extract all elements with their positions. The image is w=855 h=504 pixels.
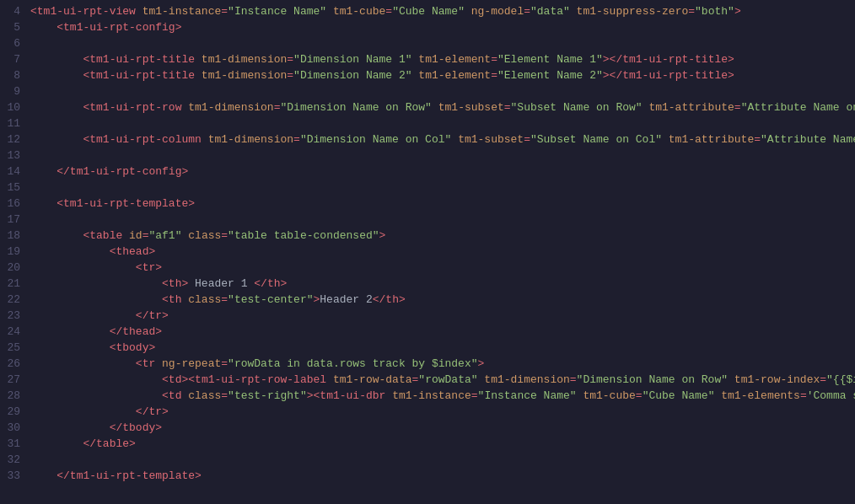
- tag-bracket-token: <: [56, 21, 63, 34]
- line-number: 5: [0, 19, 30, 35]
- attr-value-token: "both": [695, 5, 734, 18]
- tag-bracket-token: >: [181, 165, 188, 178]
- attr-value-token: "Attribute Name on: [761, 133, 855, 146]
- tag-bracket-token: =: [287, 69, 293, 82]
- line-number: 14: [0, 164, 30, 180]
- text-content-token: [30, 357, 136, 370]
- text-content-token: [30, 53, 83, 66]
- tag-bracket-token: >: [155, 261, 162, 274]
- code-line: 32: [0, 452, 855, 468]
- attr-name-token: tm1-instance: [385, 389, 471, 402]
- text-content-token: [30, 405, 136, 418]
- line-number: 20: [0, 260, 30, 276]
- line-number: 10: [0, 99, 30, 115]
- attr-value-token: "af1": [148, 229, 181, 242]
- text-content-token: [30, 373, 162, 386]
- line-number: 13: [0, 147, 30, 164]
- code-line: 25 <tbody>: [0, 340, 855, 356]
- code-line: 20 <tr>: [0, 260, 855, 276]
- text-content-token: [30, 245, 110, 258]
- line-content: [30, 83, 855, 99]
- attr-value-token: "Dimension Name 1": [293, 53, 411, 66]
- tag-bracket-token: </: [110, 325, 123, 338]
- tag-bracket-token: =: [570, 373, 577, 386]
- tag-bracket-token: =: [636, 389, 643, 402]
- attr-name-token: tm1-element: [412, 53, 492, 66]
- tag-bracket-token: =: [524, 133, 530, 146]
- code-line: 14 </tm1-ui-rpt-config>: [0, 164, 855, 180]
- tag-bracket-token: >: [379, 229, 386, 242]
- tag-bracket-token: >: [603, 53, 610, 66]
- attr-name-token: class: [181, 293, 221, 306]
- code-line: 7 <tm1-ui-rpt-title tm1-dimension="Dimen…: [0, 51, 855, 67]
- line-content: <tm1-ui-rpt-title tm1-dimension="Dimensi…: [30, 67, 855, 83]
- attr-value-token: "test-center": [228, 293, 313, 306]
- attr-name-token: tm1-row-index: [728, 373, 820, 386]
- attr-name-token: tm1-cube: [577, 389, 636, 402]
- text-content-token: [30, 293, 162, 306]
- line-content: <tr ng-repeat="rowData in data.rows trac…: [30, 356, 855, 372]
- line-number: 23: [0, 308, 30, 324]
- tag-bracket-token: </: [610, 69, 623, 82]
- line-content: <thead>: [30, 244, 855, 260]
- tag-name-token: tm1-ui-rpt-row: [89, 101, 181, 114]
- tag-bracket-token: =: [221, 357, 228, 370]
- attr-value-token: "Cube Name": [643, 389, 715, 402]
- line-number: 8: [0, 67, 30, 83]
- code-editor: 4<tm1-ui-rpt-view tm1-instance="Instance…: [0, 0, 855, 504]
- tag-bracket-token: <: [30, 5, 37, 18]
- tag-name-token: thead: [122, 325, 155, 338]
- tag-bracket-token: >: [148, 245, 155, 258]
- tag-bracket-token: =: [221, 5, 228, 18]
- tag-bracket-token: </: [254, 277, 267, 290]
- tag-name-token: tm1-ui-rpt-row-label: [195, 373, 326, 386]
- text-content-token: [30, 469, 56, 482]
- text-content-token: [30, 325, 110, 338]
- text-content-token: [30, 309, 136, 322]
- attr-name-token: ng-model: [465, 5, 524, 18]
- tag-bracket-token: =: [221, 229, 228, 242]
- line-number: 31: [0, 436, 30, 452]
- text-content-token: [30, 69, 83, 82]
- attr-value-token: "Cube Name": [392, 5, 465, 18]
- code-line: 12 <tm1-ui-rpt-column tm1-dimension="Dim…: [0, 131, 855, 147]
- tag-name-token: tm1-ui-dbr: [320, 389, 385, 402]
- tag-name-token: th: [169, 293, 182, 306]
- text-content-token: [30, 133, 83, 146]
- line-number: 27: [0, 372, 30, 388]
- line-content: </tm1-ui-rpt-template>: [30, 468, 855, 484]
- line-content: <th class="test-center">Header 2</th>: [30, 292, 855, 308]
- code-line: 19 <thead>: [0, 244, 855, 260]
- text-content-token: [30, 21, 56, 34]
- text-content-token: [30, 101, 83, 114]
- tag-name-token: tr: [148, 309, 162, 322]
- attr-name-token: tm1-attribute: [643, 101, 734, 114]
- line-content: <tr>: [30, 260, 855, 276]
- tag-bracket-token: =: [491, 69, 497, 82]
- line-number: 25: [0, 340, 30, 356]
- code-line: 17: [0, 212, 855, 228]
- tag-bracket-token: >: [162, 405, 169, 418]
- line-content: [30, 115, 855, 131]
- attr-name-token: tm1-dimension: [181, 101, 273, 114]
- line-number: 12: [0, 131, 30, 147]
- attr-value-token: "Dimension Name on Col": [300, 133, 451, 146]
- tag-name-token: td: [169, 373, 182, 386]
- attr-value-token: "Subset Name on Col": [530, 133, 662, 146]
- tag-bracket-token: =: [287, 53, 293, 66]
- text-content-token: [30, 277, 162, 290]
- line-content: <tbody>: [30, 340, 855, 356]
- attr-name-token: tm1-attribute: [662, 133, 754, 146]
- code-line: 8 <tm1-ui-rpt-title tm1-dimension="Dimen…: [0, 67, 855, 83]
- attr-value-token: "rowData in data.rows track by $index": [228, 357, 477, 370]
- attr-name-token: class: [181, 229, 221, 242]
- attr-name-token: tm1-cube: [326, 5, 385, 18]
- tag-bracket-token: >: [162, 309, 169, 322]
- text-content-token: [30, 437, 83, 450]
- tag-bracket-token: =: [221, 389, 228, 402]
- code-line: 27 <td><tm1-ui-rpt-row-label tm1-row-dat…: [0, 372, 855, 388]
- tag-name-token: tm1-ui-rpt-title: [622, 53, 728, 66]
- tag-bracket-token: =: [385, 5, 392, 18]
- line-content: </tr>: [30, 308, 855, 324]
- tag-bracket-token: <: [56, 197, 63, 210]
